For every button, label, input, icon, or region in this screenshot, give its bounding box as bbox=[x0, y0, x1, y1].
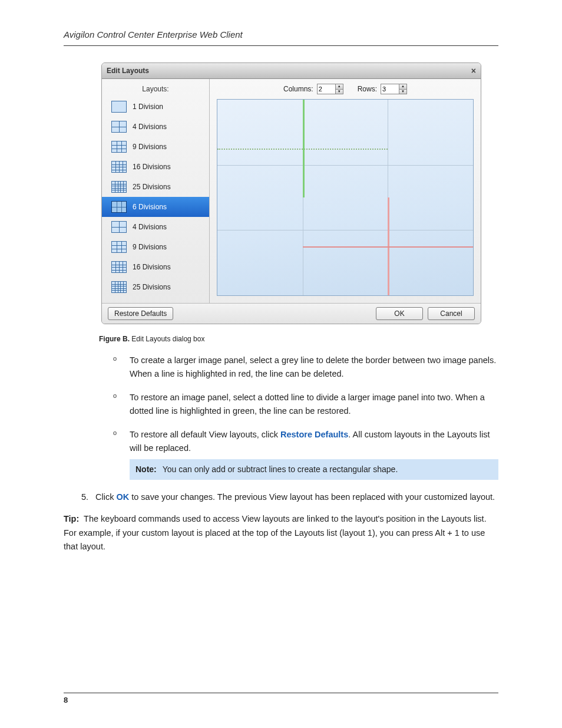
layout-thumb-icon bbox=[111, 161, 127, 173]
layout-thumb-icon bbox=[111, 101, 127, 113]
page-footer: 8 bbox=[64, 693, 498, 704]
figure-dialog: Edit Layouts × Layouts: 1 Division 4 Div… bbox=[101, 62, 498, 324]
layout-thumb-icon bbox=[111, 281, 127, 293]
close-icon[interactable]: × bbox=[471, 66, 476, 75]
dialog-titlebar: Edit Layouts × bbox=[102, 63, 481, 79]
layout-thumb-icon bbox=[111, 201, 127, 213]
layout-item-label: 9 Divisions bbox=[133, 143, 167, 151]
layout-item-4-divisions[interactable]: 4 Divisions bbox=[102, 117, 209, 137]
spinner-buttons[interactable]: ▲▼ bbox=[336, 84, 343, 94]
layout-thumb-icon bbox=[111, 181, 127, 193]
layout-item-label: 1 Division bbox=[133, 103, 163, 111]
columns-stepper[interactable]: ▲▼ bbox=[317, 84, 343, 94]
bullet-restore-line: To restore an image panel, select a dott… bbox=[113, 391, 498, 419]
layout-item-label: 16 Divisions bbox=[133, 263, 171, 271]
page-number: 8 bbox=[64, 696, 68, 704]
layout-item-label: 4 Divisions bbox=[133, 123, 167, 131]
tip-label: Tip: bbox=[64, 514, 79, 523]
tip-paragraph: Tip: The keyboard commands used to acces… bbox=[64, 512, 498, 554]
bullet-delete-line: To create a larger image panel, select a… bbox=[113, 354, 498, 381]
deletable-red-line-dotted[interactable] bbox=[388, 246, 473, 248]
running-header: Avigilon Control Center Enterprise Web C… bbox=[64, 29, 498, 46]
figure-caption-label: Figure B. bbox=[99, 335, 130, 343]
bullet-restore-defaults: To restore all default View layouts, cli… bbox=[113, 428, 498, 480]
rows-label: Rows: bbox=[358, 85, 377, 93]
layout-thumb-icon bbox=[111, 261, 127, 273]
note-text: You can only add or subtract lines to cr… bbox=[163, 465, 398, 474]
highlighted-green-line[interactable] bbox=[303, 100, 305, 197]
ok-ref: OK bbox=[116, 492, 129, 502]
layout-item-label: 4 Divisions bbox=[133, 223, 167, 231]
layout-preview-grid[interactable] bbox=[217, 99, 474, 296]
spinner-buttons[interactable]: ▲▼ bbox=[399, 84, 407, 94]
layout-item-label: 16 Divisions bbox=[133, 163, 171, 171]
layout-item-6-divisions-selected[interactable]: 6 Divisions bbox=[102, 197, 209, 217]
step-5: Click OK to save your changes. The previ… bbox=[91, 490, 498, 504]
columns-input[interactable] bbox=[317, 84, 336, 94]
layout-item-25-divisions[interactable]: 25 Divisions bbox=[102, 177, 209, 197]
spin-up-icon[interactable]: ▲ bbox=[399, 84, 406, 89]
layout-thumb-icon bbox=[111, 141, 127, 153]
layout-item-label: 25 Divisions bbox=[133, 283, 171, 291]
note-label: Note: bbox=[135, 465, 157, 474]
tip-text: The keyboard commands used to access Vie… bbox=[64, 514, 487, 551]
layout-item-label: 6 Divisions bbox=[133, 203, 167, 211]
restore-defaults-ref: Restore Defaults bbox=[280, 430, 348, 439]
layout-item-label: 25 Divisions bbox=[133, 183, 171, 191]
layout-thumb-icon bbox=[111, 121, 127, 133]
layouts-sidebar: Layouts: 1 Division 4 Divisions 9 Divisi… bbox=[102, 79, 210, 303]
spin-down-icon[interactable]: ▼ bbox=[399, 89, 406, 94]
layout-thumb-icon bbox=[111, 221, 127, 233]
rows-input[interactable] bbox=[381, 84, 399, 94]
restore-defaults-button[interactable]: Restore Defaults bbox=[108, 307, 173, 320]
layout-item-1-division[interactable]: 1 Division bbox=[102, 97, 209, 117]
layout-item-16-divisions[interactable]: 16 Divisions bbox=[102, 157, 209, 177]
spin-down-icon[interactable]: ▼ bbox=[336, 89, 343, 94]
rows-stepper[interactable]: ▲▼ bbox=[381, 84, 407, 94]
layout-item-label: 9 Divisions bbox=[133, 243, 167, 251]
layout-item-9-divisions-alt[interactable]: 9 Divisions bbox=[102, 237, 209, 257]
layout-item-4-divisions-alt[interactable]: 4 Divisions bbox=[102, 217, 209, 237]
figure-caption: Figure B. Edit Layouts dialog box bbox=[99, 335, 498, 343]
layouts-header: Layouts: bbox=[102, 83, 209, 97]
note-box: Note:You can only add or subtract lines … bbox=[130, 459, 498, 480]
edit-layouts-dialog: Edit Layouts × Layouts: 1 Division 4 Div… bbox=[101, 62, 481, 324]
columns-label: Columns: bbox=[283, 85, 313, 93]
layout-editor-pane: Columns: ▲▼ Rows: ▲▼ bbox=[210, 79, 481, 303]
figure-caption-text: Edit Layouts dialog box bbox=[130, 335, 204, 343]
layout-thumb-icon bbox=[111, 241, 127, 253]
spin-up-icon[interactable]: ▲ bbox=[336, 84, 343, 89]
ok-button[interactable]: OK bbox=[376, 307, 423, 320]
cancel-button[interactable]: Cancel bbox=[428, 307, 475, 320]
layout-item-16-divisions-alt[interactable]: 16 Divisions bbox=[102, 257, 209, 277]
dialog-title: Edit Layouts bbox=[107, 67, 149, 75]
layout-item-9-divisions[interactable]: 9 Divisions bbox=[102, 137, 209, 157]
layout-item-25-divisions-alt[interactable]: 25 Divisions bbox=[102, 277, 209, 297]
